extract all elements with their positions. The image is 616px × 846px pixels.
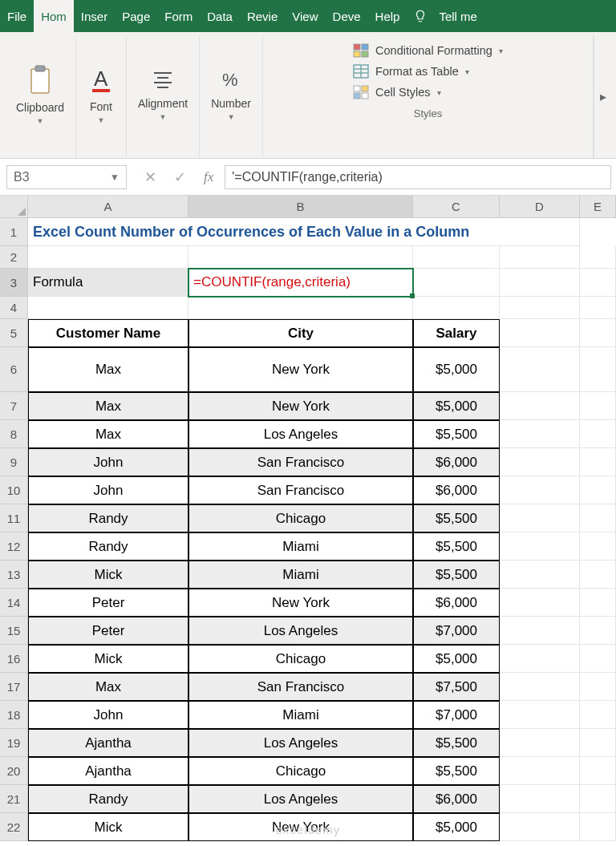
data-cell[interactable]: $5,500 [413,757,500,785]
cell[interactable] [580,448,616,476]
col-header-D[interactable]: D [500,196,580,217]
data-cell[interactable]: $5,000 [413,392,500,420]
data-cell[interactable]: John [28,701,188,729]
row-header[interactable]: 7 [0,392,28,420]
data-cell[interactable]: $5,000 [413,347,500,392]
table-header[interactable]: City [188,319,413,347]
cell[interactable] [580,617,616,645]
cell[interactable] [500,729,580,757]
cell[interactable] [500,645,580,673]
cell[interactable] [500,476,580,504]
row-header[interactable]: 1 [0,218,28,246]
conditional-formatting-button[interactable]: Conditional Formatting▾ [353,43,503,58]
row-header[interactable]: 21 [0,785,28,813]
data-cell[interactable]: Los Angeles [188,420,413,448]
cell[interactable] [500,392,580,420]
cell[interactable] [580,785,616,813]
data-cell[interactable]: $6,000 [413,448,500,476]
formula-input[interactable]: '=COUNTIF(range,criteria) [225,165,611,189]
col-header-C[interactable]: C [413,196,500,217]
tab-formulas[interactable]: Form [157,0,200,32]
cell[interactable] [500,589,580,617]
row-header[interactable]: 15 [0,617,28,645]
data-cell[interactable]: $6,000 [413,785,500,813]
cancel-icon[interactable]: ✕ [144,168,156,186]
cell[interactable] [580,813,616,841]
tab-review[interactable]: Revie [240,0,285,32]
select-all-corner[interactable] [0,196,28,217]
cell[interactable] [580,532,616,561]
cell[interactable] [580,420,616,448]
cell[interactable] [580,673,616,701]
cell[interactable] [188,246,413,269]
col-header-B[interactable]: B [188,196,413,217]
table-header[interactable]: Salary [413,319,500,347]
table-header[interactable]: Customer Name [28,319,188,347]
cell[interactable] [500,347,580,392]
data-cell[interactable]: $5,500 [413,420,500,448]
data-cell[interactable]: $6,000 [413,589,500,617]
data-cell[interactable]: Randy [28,785,188,813]
cell[interactable] [500,319,580,347]
data-cell[interactable]: John [28,448,188,476]
row-header[interactable]: 19 [0,729,28,757]
data-cell[interactable]: Ajantha [28,757,188,785]
cell[interactable] [500,420,580,448]
data-cell[interactable]: Miami [188,532,413,561]
data-cell[interactable]: $5,000 [413,813,500,841]
row-header[interactable]: 13 [0,561,28,589]
enter-icon[interactable]: ✓ [174,168,186,186]
data-cell[interactable]: Ajantha [28,729,188,757]
tab-home[interactable]: Hom [34,0,74,32]
cell[interactable] [500,246,580,269]
cell[interactable] [580,246,616,269]
cell-styles-button[interactable]: Cell Styles▾ [353,85,503,99]
data-cell[interactable]: Max [28,673,188,701]
data-cell[interactable]: Max [28,347,188,392]
cell[interactable] [580,347,616,392]
cell[interactable] [188,297,413,319]
formula-label-cell[interactable]: Formula [28,269,188,297]
data-cell[interactable]: Los Angeles [188,617,413,645]
data-cell[interactable]: Mick [28,813,188,841]
worksheet-grid[interactable]: A B C D E 1 Excel Count Number of Occurr… [0,196,616,841]
data-cell[interactable]: $5,000 [413,645,500,673]
data-cell[interactable]: $5,500 [413,504,500,532]
data-cell[interactable]: $7,000 [413,701,500,729]
row-header[interactable]: 20 [0,757,28,785]
cell[interactable] [580,319,616,347]
row-header[interactable]: 8 [0,420,28,448]
row-header[interactable]: 9 [0,448,28,476]
data-cell[interactable]: Chicago [188,757,413,785]
cell[interactable] [28,297,188,319]
data-cell[interactable]: $5,500 [413,532,500,561]
cell[interactable] [580,269,616,297]
data-cell[interactable]: San Francisco [188,673,413,701]
cell[interactable] [500,617,580,645]
row-header[interactable]: 11 [0,504,28,532]
cell[interactable] [413,269,500,297]
cell[interactable] [500,561,580,589]
row-header[interactable]: 16 [0,645,28,673]
cell[interactable] [28,246,188,269]
cell[interactable] [580,297,616,319]
data-cell[interactable]: Randy [28,532,188,561]
data-cell[interactable]: Miami [188,701,413,729]
cell[interactable] [580,392,616,420]
data-cell[interactable]: Peter [28,589,188,617]
cell[interactable] [500,297,580,319]
row-header[interactable]: 6 [0,347,28,392]
cell[interactable] [500,813,580,841]
data-cell[interactable]: New York [188,813,413,841]
cell[interactable] [580,589,616,617]
data-cell[interactable]: New York [188,347,413,392]
cell[interactable] [500,269,580,297]
row-header[interactable]: 10 [0,476,28,504]
row-header[interactable]: 18 [0,701,28,729]
data-cell[interactable]: $6,000 [413,476,500,504]
cell[interactable] [580,476,616,504]
ribbon-expand-button[interactable]: ▸ [594,35,611,158]
cell[interactable] [580,757,616,785]
data-cell[interactable]: Mick [28,645,188,673]
data-cell[interactable]: New York [188,392,413,420]
